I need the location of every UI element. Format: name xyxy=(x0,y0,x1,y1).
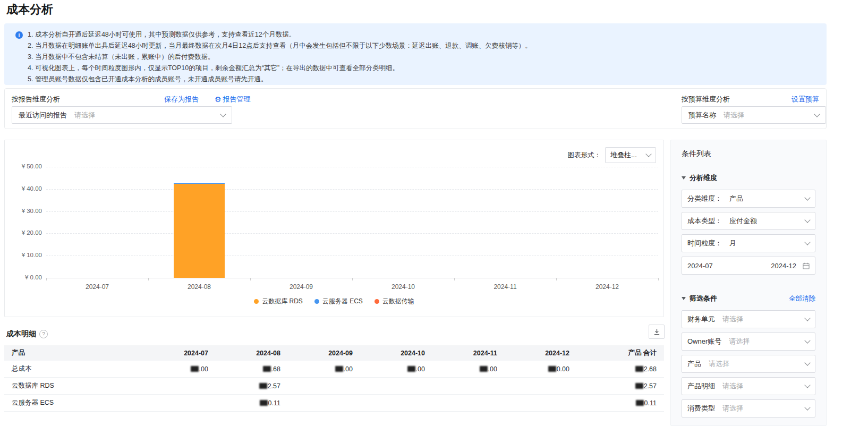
gridline xyxy=(46,255,658,256)
report-panel-title: 按报告维度分析 xyxy=(12,95,164,104)
download-button[interactable] xyxy=(649,325,665,339)
legend-label: 云数据库 RDS xyxy=(262,297,303,306)
legend-item[interactable]: 云数据库 RDS xyxy=(254,297,303,306)
select-label: 分类维度： xyxy=(687,194,722,203)
value-cell: .00 xyxy=(432,365,505,373)
select-product[interactable]: 产品请选择 xyxy=(682,355,815,373)
banner-line: 1. 成本分析自开通后延迟48小时可使用，其中预测数据仅供参考，支持查看近12个… xyxy=(28,29,818,40)
date-start: 2024-07 xyxy=(687,262,713,270)
cost-detail-title: 成本明细 xyxy=(6,329,36,339)
filter-group-header[interactable]: 筛选条件 全部清除 xyxy=(682,294,815,303)
header-cell: 2024-09 xyxy=(288,350,360,357)
legend-item[interactable]: 云服务器 ECS xyxy=(314,297,363,306)
header-cell: 产品 xyxy=(4,348,143,357)
chevron-down-icon xyxy=(814,111,820,117)
analysis-group-header[interactable]: 分析维度 xyxy=(682,173,815,183)
table-row: 云数据库 RDS2.572.57 xyxy=(4,378,664,395)
select-value: 请选择 xyxy=(722,381,743,391)
select-label: Owner账号 xyxy=(687,337,721,346)
select-consume-type[interactable]: 消费类型请选择 xyxy=(682,399,815,418)
cost-chart-card: 图表形式： 堆叠柱... ¥ 0.00¥ 10.00¥ 20.00¥ 30.00… xyxy=(4,140,664,317)
budget-name-placeholder: 请选择 xyxy=(724,110,744,120)
x-axis-label: 2024-12 xyxy=(556,283,658,291)
value-cell: 0.11 xyxy=(577,399,664,407)
recent-report-select[interactable]: 最近访问的报告 请选择 xyxy=(12,106,232,124)
y-axis-label: ¥ 0.00 xyxy=(11,274,42,280)
chart-legend: 云数据库 RDS云服务器 ECS云数据传输 xyxy=(5,297,663,306)
select-label: 产品明细 xyxy=(687,381,715,391)
redacted-value xyxy=(407,366,415,372)
select-owner-account[interactable]: Owner账号请选择 xyxy=(682,333,815,351)
redacted-value xyxy=(335,366,343,372)
redacted-value xyxy=(191,366,199,372)
caret-down-icon xyxy=(682,176,686,180)
x-axis-tick xyxy=(556,278,557,280)
legend-item[interactable]: 云数据传输 xyxy=(375,297,414,306)
chart-form-label: 图表形式： xyxy=(568,151,601,160)
x-axis-tick xyxy=(454,278,455,280)
value-cell: 0.00 xyxy=(505,365,577,373)
select-finance-unit[interactable]: 财务单元请选择 xyxy=(682,310,815,328)
budget-panel-header: 按预算维度分析 设置预算 xyxy=(682,95,819,104)
banner-line: 3. 当月数据中不包含未结算（未出账，累账中）的后付费数据。 xyxy=(28,52,818,63)
date-range-picker[interactable]: 2024-072024-12 xyxy=(682,257,815,275)
value-cell: .00 xyxy=(360,365,432,373)
x-axis-label: 2024-09 xyxy=(250,283,352,291)
chart-type-select[interactable]: 堆叠柱... xyxy=(605,147,656,163)
analysis-group-title: 分析维度 xyxy=(690,173,717,183)
x-axis-tick xyxy=(46,278,47,280)
header-cell: 2024-11 xyxy=(432,350,505,357)
table-header-row: 产品2024-072024-082024-092024-102024-11202… xyxy=(4,345,664,361)
conditions-title: 条件列表 xyxy=(682,149,815,159)
row-name-cell: 总成本 xyxy=(4,364,143,373)
x-axis-tick xyxy=(250,278,251,280)
select-time-granularity[interactable]: 时间粒度：月 xyxy=(682,234,815,252)
report-manage-link[interactable]: ⚙ 报告管理 xyxy=(215,95,251,104)
legend-dot-icon xyxy=(314,299,319,304)
legend-dot-icon xyxy=(375,299,379,304)
table-body: 总成本.00.68.00.00.000.002.68云数据库 RDS2.572.… xyxy=(4,361,664,412)
x-axis-tick xyxy=(658,278,659,280)
recent-report-label: 最近访问的报告 xyxy=(19,110,67,120)
chevron-down-icon xyxy=(804,217,810,223)
gridline xyxy=(46,167,658,167)
chevron-down-icon xyxy=(220,111,226,117)
clear-all-link[interactable]: 全部清除 xyxy=(789,294,815,303)
x-axis-label: 2024-08 xyxy=(148,283,250,291)
budget-name-select[interactable]: 预算名称 请选择 xyxy=(682,106,826,124)
select-category-dimension[interactable]: 分类维度：产品 xyxy=(682,190,815,208)
y-axis-label: ¥ 30.00 xyxy=(11,208,42,214)
redacted-value xyxy=(260,400,268,406)
banner-line: 5. 管理员账号数据仅包含已开通成本分析的成员账号，未开通成员账号请先开通。 xyxy=(28,74,818,85)
header-cell: 2024-07 xyxy=(143,350,216,357)
chevron-down-icon xyxy=(804,382,810,388)
select-value: 请选择 xyxy=(729,337,750,346)
gridline xyxy=(46,233,658,234)
row-name-cell: 云服务器 ECS xyxy=(4,398,143,407)
select-label: 消费类型 xyxy=(687,404,715,413)
analysis-fields: 分类维度：产品成本类型：应付金额时间粒度：月2024-072024-12 xyxy=(682,190,815,275)
select-product-detail[interactable]: 产品明细请选择 xyxy=(682,377,815,395)
y-axis-label: ¥ 50.00 xyxy=(11,163,42,169)
legend-dot-icon xyxy=(254,299,259,304)
chevron-down-icon xyxy=(804,315,810,321)
chevron-down-icon xyxy=(645,151,651,157)
select-value: 请选择 xyxy=(709,359,729,369)
caret-down-icon xyxy=(682,297,686,300)
notice-banner: i 1. 成本分析自开通后延迟48小时可使用，其中预测数据仅供参考，支持查看近1… xyxy=(4,23,827,85)
filter-fields: 财务单元请选择Owner账号请选择产品请选择产品明细请选择消费类型请选择 xyxy=(682,310,815,418)
help-icon[interactable]: ? xyxy=(39,330,48,338)
redacted-value xyxy=(480,366,488,372)
set-budget-link[interactable]: 设置预算 xyxy=(792,95,819,104)
y-axis-label: ¥ 10.00 xyxy=(11,252,42,258)
chevron-down-icon xyxy=(804,194,810,200)
banner-line: 4. 可视化图表上，每个时间粒度图形内，仅显示TOP10的项目，剩余金额汇总为“… xyxy=(28,63,818,74)
select-value: 应付金额 xyxy=(729,216,757,226)
value-cell: 2.68 xyxy=(577,365,664,373)
header-cell: 2024-12 xyxy=(505,350,577,357)
select-cost-type[interactable]: 成本类型：应付金额 xyxy=(682,212,815,230)
x-axis-label: 2024-11 xyxy=(454,283,556,291)
table-row: 总成本.00.68.00.00.000.002.68 xyxy=(4,361,664,378)
save-as-report-link[interactable]: 保存为报告 xyxy=(164,95,199,104)
gridline xyxy=(46,211,658,212)
